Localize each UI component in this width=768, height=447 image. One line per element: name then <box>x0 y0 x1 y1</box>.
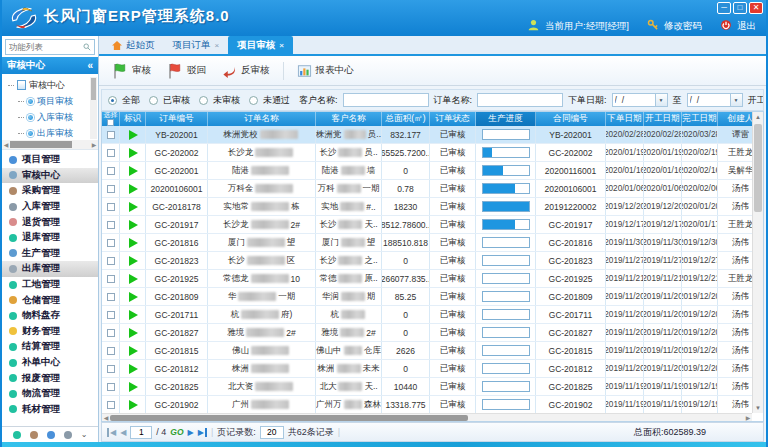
row-checkbox[interactable] <box>107 185 115 193</box>
table-row[interactable]: 20200106001万科金万科一期0.78已审核202001060012020… <box>102 180 752 198</box>
column-header[interactable]: 开工日期 <box>644 112 682 126</box>
scroll-right-icon[interactable]: ▶ <box>744 414 752 421</box>
table-row[interactable]: GC-201917长沙龙2#长沙天..8512.78600..已审核GC-201… <box>102 216 752 234</box>
scroll-up-icon[interactable]: ▲ <box>753 112 763 122</box>
tab-project-audit[interactable]: 项目审核× <box>228 36 293 54</box>
search-input[interactable] <box>9 42 83 52</box>
sidebar-group-item[interactable]: 项目管理 <box>2 152 98 168</box>
select-all-checkbox[interactable] <box>107 119 114 126</box>
column-header[interactable]: 客户名称 <box>316 112 382 126</box>
sidebar-group-item[interactable]: 退库管理 <box>2 230 98 246</box>
sidebar-group-item[interactable]: 生产管理 <box>2 246 98 262</box>
sidebar-group-item[interactable]: 入库管理 <box>2 199 98 215</box>
row-checkbox[interactable] <box>107 365 115 373</box>
table-row[interactable]: GC-201711杭府)杭0已审核GC-2017112019/11/202019… <box>102 306 752 324</box>
order-date-from-input[interactable] <box>612 93 656 107</box>
sidebar-group-item[interactable]: 出库管理 <box>2 261 98 277</box>
report-center-button[interactable]: 报表中心 <box>290 61 361 81</box>
column-header[interactable]: 生产进度 <box>476 112 536 126</box>
tab-project-order[interactable]: 项目订单× <box>164 36 229 54</box>
sidebar-group-item[interactable]: 物料盘存 <box>2 308 98 324</box>
table-row[interactable]: GC-201812株洲株洲未来0已审核GC-2018122019/11/2020… <box>102 360 752 378</box>
table-row[interactable]: GC-201816厦门望厦门望188510.818已审核GC-201816201… <box>102 234 752 252</box>
tree-node[interactable]: 出库审核 <box>2 125 98 141</box>
tree-horizontal-scrollbar[interactable]: ◀ ▶ <box>2 140 98 149</box>
row-checkbox[interactable] <box>107 257 115 265</box>
table-row[interactable]: GC-201815佛山佛山中仓库2626已审核GC-2018152019/11/… <box>102 342 752 360</box>
order-date-to-input[interactable] <box>687 93 731 107</box>
group-mini-icon[interactable] <box>30 431 38 439</box>
sidebar-group-item[interactable]: 财务管理 <box>2 324 98 340</box>
maximize-button[interactable]: □ <box>733 2 747 14</box>
group-mini-icon[interactable] <box>13 431 21 439</box>
reject-button[interactable]: 驳回 <box>160 60 213 82</box>
column-header[interactable]: 下单日期 <box>606 112 644 126</box>
table-row[interactable]: GC-202001陆港陆港墙0已审核202001160012020/01/162… <box>102 162 752 180</box>
column-header[interactable]: 订单名称 <box>208 112 316 126</box>
sidebar-group-item[interactable]: 耗材管理 <box>2 402 98 418</box>
row-checkbox[interactable] <box>107 347 115 355</box>
scrollbar-thumb[interactable] <box>754 124 762 212</box>
group-mini-icon[interactable] <box>64 431 72 439</box>
change-password-link[interactable]: 修改密码 <box>664 20 702 33</box>
column-header[interactable]: 总面积(㎡) <box>382 112 430 126</box>
radio-audited[interactable] <box>149 96 158 105</box>
column-header[interactable]: 合同编号 <box>536 112 606 126</box>
table-row[interactable]: GC-201827雅境2#雅境2#0已审核GC-2018272019/11/20… <box>102 324 752 342</box>
sidebar-group-item[interactable]: 退货管理 <box>2 214 98 230</box>
row-checkbox[interactable] <box>107 131 115 139</box>
row-checkbox[interactable] <box>107 221 115 229</box>
last-page-button[interactable]: ▶ <box>198 428 207 437</box>
row-checkbox[interactable] <box>107 203 115 211</box>
first-page-button[interactable]: ◀ <box>107 428 116 437</box>
row-checkbox[interactable] <box>107 401 115 409</box>
row-checkbox[interactable] <box>107 239 115 247</box>
group-mini-icon[interactable] <box>47 431 55 439</box>
tree-node[interactable]: 入库审核 <box>2 109 98 125</box>
sidebar-group-item[interactable]: 结算管理 <box>2 339 98 355</box>
sidebar-group-item[interactable]: 仓储管理 <box>2 292 98 308</box>
audit-button[interactable]: 审核 <box>105 60 158 82</box>
column-header[interactable]: 订单状态 <box>430 112 476 126</box>
row-checkbox[interactable] <box>107 149 115 157</box>
close-button[interactable]: ✕ <box>749 2 763 14</box>
table-row[interactable]: GC-201825北大资北大天..10440已审核GC-2018252019/1… <box>102 378 752 396</box>
more-groups-icon[interactable]: ⌄ <box>81 430 88 439</box>
sidebar-group-item[interactable]: 补单中心 <box>2 355 98 371</box>
radio-unaudited[interactable] <box>199 96 208 105</box>
column-header[interactable]: 完工日期 <box>682 112 718 126</box>
logout-link[interactable]: 退出 <box>737 20 756 33</box>
close-tab-icon[interactable]: × <box>279 41 284 50</box>
tree-vertical-scrollbar[interactable] <box>90 77 97 139</box>
close-tab-icon[interactable]: × <box>215 41 220 50</box>
page-size-input[interactable] <box>260 426 284 439</box>
grid-horizontal-scrollbar[interactable]: ◀ ▶ <box>102 413 752 421</box>
scroll-down-icon[interactable]: ▼ <box>753 403 763 413</box>
order-name-input[interactable] <box>477 93 563 107</box>
scroll-left-icon[interactable]: ◀ <box>102 414 110 421</box>
sidebar-group-item[interactable]: 采购管理 <box>2 183 98 199</box>
sidebar-group-item[interactable]: 报废管理 <box>2 370 98 386</box>
sidebar-group-item[interactable]: 物流管理 <box>2 386 98 402</box>
table-row[interactable]: GC-202002长沙龙长沙员..65525.7200..已审核GC-20200… <box>102 144 752 162</box>
minimize-button[interactable]: ─ <box>717 2 731 14</box>
page-number-input[interactable] <box>130 426 152 439</box>
sidebar-group-item[interactable]: 审核中心 <box>2 168 98 184</box>
go-button[interactable]: GO <box>170 427 183 437</box>
scrollbar-thumb[interactable] <box>110 415 468 421</box>
row-checkbox[interactable] <box>107 275 115 283</box>
table-row[interactable]: GC-201925常德龙10常德原..266077.835..已审核GC-201… <box>102 270 752 288</box>
column-header[interactable]: 订单编号 <box>146 112 208 126</box>
column-header[interactable]: 选择 <box>102 112 120 126</box>
unaudit-button[interactable]: 反审核 <box>215 61 277 81</box>
table-row[interactable]: GC-201902广州广州万森林13318.775已审核GC-201902201… <box>102 396 752 413</box>
tab-home[interactable]: 起始页 <box>103 36 164 54</box>
sidebar-group-item[interactable]: 工地管理 <box>2 277 98 293</box>
row-checkbox[interactable] <box>107 383 115 391</box>
next-page-button[interactable]: ▶ <box>188 428 194 437</box>
row-checkbox[interactable] <box>107 293 115 301</box>
table-row[interactable]: YB-202001株洲党校株洲党员..832.177已审核YB-20200120… <box>102 126 752 144</box>
tree-node[interactable]: 项目审核 <box>2 93 98 109</box>
row-checkbox[interactable] <box>107 167 115 175</box>
row-checkbox[interactable] <box>107 311 115 319</box>
